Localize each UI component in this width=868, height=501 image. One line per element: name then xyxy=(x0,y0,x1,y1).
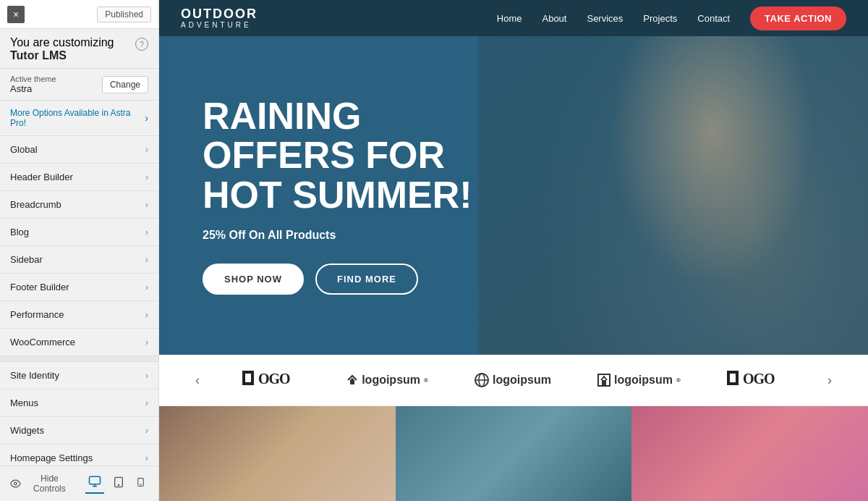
menu-item-global-label: Global xyxy=(10,144,38,155)
chevron-right-icon: › xyxy=(145,172,148,182)
hero-buttons: SHOP NOW FIND MORE xyxy=(203,264,472,295)
menu-item-site-identity-label: Site Identity xyxy=(10,370,59,381)
logoipsum-text-2: logoipsum xyxy=(362,374,420,387)
chevron-right-icon: › xyxy=(145,337,148,348)
logos-prev-arrow[interactable]: ‹ xyxy=(188,369,207,392)
desktop-device-button[interactable] xyxy=(85,473,104,494)
svg-point-5 xyxy=(140,484,141,485)
bottom-controls: Hide Controls xyxy=(0,466,158,501)
menu-item-header-builder-label: Header Builder xyxy=(10,172,73,182)
svg-rect-1 xyxy=(90,476,101,484)
logo-item-5: OGO xyxy=(716,368,796,392)
svg-text:OGO: OGO xyxy=(258,371,290,387)
hero-content: RAINING OFFERS FOR HOT SUMMER! 25% Off O… xyxy=(159,96,472,295)
active-theme-label: Active theme xyxy=(10,75,56,83)
tablet-device-button[interactable] xyxy=(110,474,127,493)
menu-item-menus[interactable]: Menus › xyxy=(0,390,158,417)
hero-subtitle: 25% Off On All Products xyxy=(203,229,472,242)
logos-inner: ‹ OGO logoipsum® xyxy=(188,368,839,392)
hero-image xyxy=(478,36,868,355)
published-badge: Published xyxy=(97,7,151,22)
menu-item-breadcrumb[interactable]: Breadcrumb › xyxy=(0,191,158,219)
logo-text-2: logoipsum® xyxy=(346,374,428,387)
astra-pro-label: More Options Available in Astra Pro! xyxy=(10,108,145,128)
take-action-button[interactable]: TAKE ACTION xyxy=(750,7,846,30)
cards-section xyxy=(159,406,868,501)
menu-item-blog-label: Blog xyxy=(10,227,29,237)
logo-text-1: OGO xyxy=(242,368,300,392)
menu-item-sidebar[interactable]: Sidebar › xyxy=(0,246,158,274)
customizing-section: You are customizing Tutor LMS ? xyxy=(0,29,158,69)
menu-list: Global › Header Builder › Breadcrumb › B… xyxy=(0,136,158,356)
find-more-button[interactable]: FIND MORE xyxy=(315,264,418,295)
device-buttons xyxy=(85,473,148,494)
menu-item-widgets[interactable]: Widgets › xyxy=(0,417,158,445)
site-logo: OUTDOOR ADVENTURE xyxy=(181,7,258,30)
logo-text-3: logoipsum xyxy=(475,373,551,387)
menu-item-breadcrumb-label: Breadcrumb xyxy=(10,199,61,210)
hide-controls-button[interactable]: Hide Controls xyxy=(10,473,74,494)
nav-link-services[interactable]: Services xyxy=(587,13,623,24)
eye-icon xyxy=(10,478,21,489)
close-button[interactable]: × xyxy=(7,6,25,23)
hide-controls-label: Hide Controls xyxy=(25,473,74,494)
hero-section: RAINING OFFERS FOR HOT SUMMER! 25% Off O… xyxy=(159,36,868,355)
chevron-right-icon: › xyxy=(145,227,148,237)
theme-section: Active theme Astra Change xyxy=(0,69,158,101)
menu-item-woocommerce-label: WooCommerce xyxy=(10,337,75,348)
menu-item-footer-builder[interactable]: Footer Builder › xyxy=(0,274,158,301)
help-icon[interactable]: ? xyxy=(135,38,148,51)
logo-icon-3 xyxy=(475,373,489,387)
logos-section: ‹ OGO logoipsum® xyxy=(159,355,868,406)
menu-item-site-identity[interactable]: Site Identity › xyxy=(0,362,158,390)
menu-item-woocommerce[interactable]: WooCommerce › xyxy=(0,329,158,356)
nav-link-projects[interactable]: Projects xyxy=(643,13,677,24)
hero-title: RAINING OFFERS FOR HOT SUMMER! xyxy=(203,96,472,215)
change-theme-button[interactable]: Change xyxy=(102,76,148,93)
menu-item-performance[interactable]: Performance › xyxy=(0,301,158,329)
preview-area: OUTDOOR ADVENTURE Home About Services Pr… xyxy=(159,0,868,501)
close-icon: × xyxy=(13,9,19,20)
chevron-right-icon: › xyxy=(145,370,148,381)
menu-item-global[interactable]: Global › xyxy=(0,136,158,164)
logo-text-4: logoipsum® xyxy=(597,374,681,387)
svg-point-0 xyxy=(14,482,17,485)
svg-rect-13 xyxy=(602,380,606,385)
logo-svg-5: OGO xyxy=(727,368,785,388)
chevron-right-icon: › xyxy=(145,309,148,320)
hero-title-line3: HOT SUMMER! xyxy=(203,175,472,215)
customizing-label: You are customizing xyxy=(10,36,114,49)
card-item-1 xyxy=(159,406,396,501)
logos-next-arrow[interactable]: › xyxy=(820,369,839,392)
menu-item-blog[interactable]: Blog › xyxy=(0,219,158,246)
menu-item-performance-label: Performance xyxy=(10,309,64,320)
panel-top-bar: × Published xyxy=(0,0,158,29)
mobile-device-button[interactable] xyxy=(133,474,148,493)
shop-now-button[interactable]: SHOP NOW xyxy=(203,264,304,295)
astra-pro-banner[interactable]: More Options Available in Astra Pro! › xyxy=(0,101,158,136)
theme-name: Astra xyxy=(10,83,56,94)
logo-icon-2 xyxy=(346,374,358,386)
chevron-right-icon: › xyxy=(145,425,148,436)
nav-link-contact[interactable]: Contact xyxy=(697,13,730,24)
nav-link-about[interactable]: About xyxy=(542,13,566,24)
logo-item-2: logoipsum® xyxy=(336,374,439,387)
mobile-icon xyxy=(136,476,145,489)
card-item-3 xyxy=(631,406,868,501)
customizing-title: Tutor LMS xyxy=(10,49,67,62)
chevron-right-icon: › xyxy=(145,199,148,210)
svg-rect-7 xyxy=(245,374,251,382)
nav-link-home[interactable]: Home xyxy=(497,13,522,24)
menu-item-widgets-label: Widgets xyxy=(10,425,44,436)
logo-item-3: logoipsum xyxy=(464,373,562,387)
hero-title-line1: RAINING xyxy=(203,96,472,136)
card-item-2 xyxy=(396,406,632,501)
site-navigation: OUTDOOR ADVENTURE Home About Services Pr… xyxy=(159,0,868,36)
svg-point-3 xyxy=(118,484,119,485)
hero-title-line2: OFFERS FOR xyxy=(203,135,472,175)
menu-item-homepage-settings-label: Homepage Settings xyxy=(10,452,93,463)
logoipsum-text-3: logoipsum xyxy=(493,374,551,387)
tablet-icon xyxy=(113,476,124,489)
chevron-right-icon: › xyxy=(145,397,148,408)
menu-item-header-builder[interactable]: Header Builder › xyxy=(0,164,158,191)
